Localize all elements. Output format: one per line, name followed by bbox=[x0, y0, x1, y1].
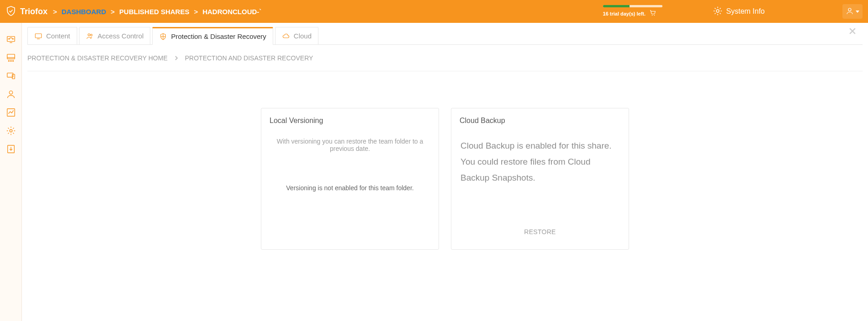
svg-rect-20 bbox=[12, 74, 15, 79]
card-versioning-title: Local Versioning bbox=[270, 117, 430, 125]
subcrumb-current: PROTECTION AND DISASTER RECOVERY bbox=[185, 54, 313, 62]
card-versioning-status: Versioning is not enabled for this team … bbox=[270, 184, 430, 192]
chevron-down-icon bbox=[856, 11, 859, 13]
svg-point-17 bbox=[10, 60, 11, 61]
svg-point-18 bbox=[12, 60, 13, 61]
system-info-button[interactable]: System Info bbox=[713, 6, 765, 17]
restore-button[interactable]: RESTORE bbox=[451, 228, 629, 235]
user-avatar-icon bbox=[846, 7, 854, 16]
trial-status[interactable]: 16 trial day(s) left. bbox=[603, 5, 662, 18]
crumb-share-name[interactable]: HADRONCLOUD-` bbox=[202, 8, 261, 16]
sidebar-item-share[interactable] bbox=[0, 30, 21, 48]
top-bar: Triofox > DASHBOARD > PUBLISHED SHARES >… bbox=[0, 0, 868, 23]
shopping-cart-icon[interactable] bbox=[649, 9, 656, 18]
brand-block[interactable]: Triofox bbox=[5, 5, 48, 18]
svg-point-16 bbox=[8, 60, 9, 61]
crumb-sep: > bbox=[192, 8, 200, 16]
trial-days-label: 16 trial day(s) left. bbox=[603, 11, 646, 16]
crumb-published-shares[interactable]: PUBLISHED SHARES bbox=[119, 8, 189, 16]
card-versioning-desc: With versioning you can restore the team… bbox=[270, 138, 430, 152]
crumb-sep: > bbox=[109, 8, 116, 16]
card-cloud-backup: Cloud Backup Cloud Backup is enabled for… bbox=[451, 108, 629, 250]
tab-cloud[interactable]: Cloud bbox=[275, 27, 318, 44]
close-panel-button[interactable] bbox=[848, 27, 857, 37]
tab-protection-recovery[interactable]: Protection & Disaster Recovery bbox=[152, 27, 273, 44]
svg-point-11 bbox=[848, 8, 851, 11]
main-content: Content Access Control Protection & Disa… bbox=[22, 23, 868, 321]
svg-point-28 bbox=[90, 34, 92, 36]
brand-shield-icon bbox=[5, 5, 16, 18]
sidebar-item-devices[interactable] bbox=[0, 48, 21, 67]
tab-content[interactable]: Content bbox=[27, 27, 77, 44]
crumb-sep: > bbox=[51, 8, 59, 16]
subcrumb-home[interactable]: PROTECTION & DISASTER RECOVERY HOME bbox=[27, 54, 168, 62]
card-cloud-body: Cloud Backup is enabled for this share. … bbox=[460, 138, 620, 186]
system-info-label: System Info bbox=[726, 7, 765, 16]
left-sidebar bbox=[0, 23, 22, 321]
crumb-dashboard[interactable]: DASHBOARD bbox=[62, 8, 106, 16]
svg-point-21 bbox=[9, 91, 12, 94]
card-cloud-title: Cloud Backup bbox=[460, 117, 620, 125]
cards-container: Local Versioning With versioning you can… bbox=[27, 108, 863, 250]
svg-point-2 bbox=[716, 10, 719, 12]
svg-point-27 bbox=[88, 33, 90, 36]
tab-cloud-label: Cloud bbox=[294, 32, 312, 40]
tab-content-label: Content bbox=[46, 32, 70, 40]
chevron-right-icon bbox=[174, 54, 179, 62]
svg-line-10 bbox=[720, 8, 720, 9]
tab-bar: Content Access Control Protection & Disa… bbox=[27, 23, 863, 45]
tab-protection-label: Protection & Disaster Recovery bbox=[171, 32, 266, 40]
trial-progress-bar bbox=[603, 5, 662, 7]
svg-line-7 bbox=[715, 8, 715, 9]
sidebar-item-clients[interactable] bbox=[0, 67, 21, 85]
user-menu-button[interactable] bbox=[842, 4, 863, 19]
svg-point-0 bbox=[652, 15, 653, 16]
svg-point-23 bbox=[10, 129, 12, 132]
sidebar-item-users[interactable] bbox=[0, 85, 21, 103]
svg-line-9 bbox=[715, 13, 715, 14]
sub-breadcrumb: PROTECTION & DISASTER RECOVERY HOME PROT… bbox=[27, 45, 863, 71]
tab-access-label: Access Control bbox=[98, 32, 144, 40]
brand-name: Triofox bbox=[20, 7, 48, 16]
svg-rect-14 bbox=[7, 54, 15, 59]
sidebar-item-reports[interactable] bbox=[0, 103, 21, 122]
svg-point-1 bbox=[654, 15, 655, 16]
sidebar-item-download[interactable] bbox=[0, 140, 21, 158]
svg-rect-25 bbox=[35, 33, 42, 37]
sidebar-item-settings[interactable] bbox=[0, 122, 21, 140]
tab-access-control[interactable]: Access Control bbox=[79, 27, 151, 44]
card-local-versioning: Local Versioning With versioning you can… bbox=[261, 108, 439, 250]
header-breadcrumb: > DASHBOARD > PUBLISHED SHARES > HADRONC… bbox=[51, 8, 261, 16]
settings-gear-icon bbox=[713, 6, 723, 17]
svg-line-8 bbox=[720, 13, 720, 14]
